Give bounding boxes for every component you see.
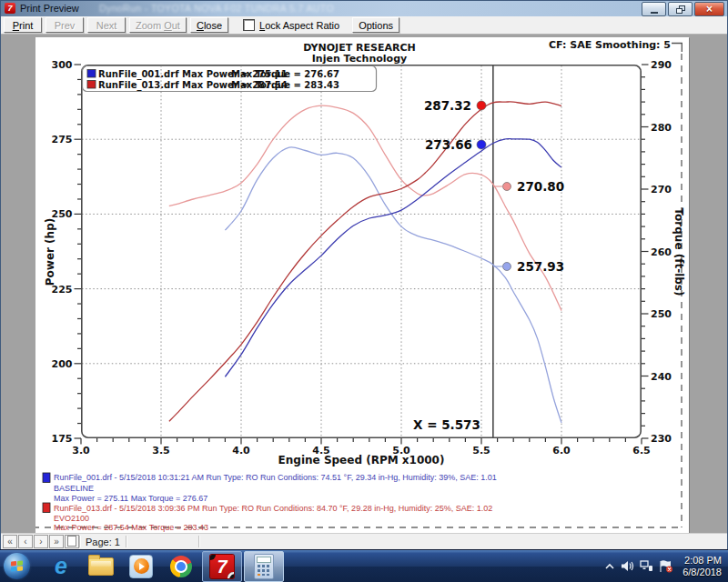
left-axis-label: Power (hp) [44, 218, 56, 286]
legend-swatch [87, 81, 96, 89]
curve-torque_013 [169, 105, 561, 310]
hidden-icons-button[interactable] [604, 562, 615, 571]
svg-text:3.0: 3.0 [72, 445, 90, 457]
next-page-button[interactable]: › [34, 535, 48, 548]
taskbar-item-internet-explorer[interactable]: e [42, 552, 80, 581]
axis-ticks [75, 65, 649, 445]
cursor-x-label: X = 5.573 [413, 417, 480, 432]
taskbar-clock[interactable]: 2:08 PM 6/8/2018 [682, 555, 722, 578]
options-button[interactable]: Options [352, 17, 399, 33]
marker-label-power-001: 273.66 [425, 137, 472, 152]
run2-conditions: RunFile_013.drf - 5/15/2018 3:09:36 PM R… [54, 504, 492, 513]
tick-labels: 3002752502252001752902802702602502402303… [52, 59, 672, 457]
svg-text:250: 250 [651, 308, 672, 320]
run2-name: EVO2100 [54, 514, 89, 523]
clock-date: 6/8/2018 [682, 567, 722, 578]
close-icon: × [706, 4, 713, 15]
lock-aspect-ratio-label: Lock Aspect Ratio [259, 20, 339, 31]
last-page-button[interactable]: » [49, 535, 64, 548]
lock-aspect-ratio-control[interactable]: Lock Aspect Ratio [243, 19, 339, 31]
svg-text:200: 200 [52, 358, 73, 370]
right-axis-label: Torque (ft-lbs) [672, 208, 685, 296]
page-setup-button[interactable] [65, 535, 79, 548]
action-center-flag-icon[interactable] [659, 560, 673, 573]
first-page-button[interactable]: « [3, 535, 17, 548]
statusbar-separator [126, 536, 126, 547]
windows-logo-icon [11, 561, 23, 572]
svg-text:270: 270 [651, 184, 672, 196]
prev-page-button[interactable]: ‹ [18, 535, 33, 548]
taskbar-item-windows-explorer[interactable] [82, 552, 120, 581]
folder-icon [88, 557, 114, 576]
preview-page: 3002752502252001752902802702602502402303… [35, 37, 689, 536]
minimize-icon [651, 12, 658, 14]
svg-text:175: 175 [52, 433, 73, 445]
taskbar-item-winpep-7[interactable]: 7 [202, 551, 242, 582]
taskbar-item-calculator[interactable] [244, 551, 284, 582]
lock-aspect-ratio-checkbox[interactable] [243, 19, 255, 31]
legend-swatch [87, 70, 96, 78]
gridlines [82, 65, 641, 437]
prev-button: Prev [46, 17, 84, 33]
start-button[interactable] [4, 553, 30, 579]
marker-dot-power_001 [477, 140, 486, 149]
close-window-button[interactable]: × [694, 2, 724, 16]
winpep-7-icon: 7 [210, 555, 234, 578]
window-title: Print Preview [20, 3, 79, 14]
run1-max-values: Max Power = 275.11 Max Torque = 276.67 [54, 494, 207, 503]
taskbar-item-chrome[interactable] [162, 552, 200, 581]
run1-name: BASELINE [54, 484, 94, 493]
taskbar: e 7 [0, 549, 728, 582]
winpep-app-icon: 7 [5, 3, 15, 14]
chrome-icon [170, 556, 192, 577]
print-button[interactable]: Print [4, 17, 42, 33]
dyno-chart: 3002752502252001752902802702602502402303… [35, 37, 689, 536]
media-player-icon [129, 555, 153, 578]
restore-icon [676, 5, 685, 14]
marker-label-power-013: 287.32 [424, 98, 471, 113]
titlebar[interactable]: 7 Print Preview DynoRun - TOYOTA NOVA F0… [1, 1, 727, 16]
clock-time: 2:08 PM [682, 555, 722, 567]
marker-dot-torque_013 [503, 183, 511, 191]
run1-conditions: RunFile_001.drf - 5/15/2018 10:31:21 AM … [54, 473, 497, 482]
page-icon [67, 536, 76, 547]
taskbar-item-media-player[interactable] [122, 552, 160, 581]
svg-text:6.0: 6.0 [552, 445, 571, 457]
next-button: Next [87, 17, 126, 33]
svg-text:280: 280 [651, 122, 672, 134]
window-title-ghost: DynoRun - TOYOTA NOVA F02 TUNDRA 5.7 AUT… [99, 3, 334, 14]
network-icon[interactable] [640, 560, 653, 572]
marker-label-torque-001: 257.93 [517, 259, 564, 274]
svg-text:240: 240 [651, 371, 672, 383]
svg-text:6.5: 6.5 [632, 445, 651, 457]
x-axis-label: Engine Speed (RPM x1000) [278, 454, 445, 467]
dyno-curves [169, 102, 561, 423]
correction-factor-label: CF: SAE Smoothing: 5 [549, 39, 671, 51]
minimize-button[interactable] [642, 2, 666, 16]
statusbar: « ‹ › » Page: 1 [1, 533, 727, 549]
plot-frame [82, 65, 641, 437]
zoom-out-button: Zoom Out [129, 17, 187, 33]
svg-text:230: 230 [651, 433, 672, 445]
print-preview-window: 7 Print Preview DynoRun - TOYOTA NOVA F0… [0, 0, 728, 550]
calculator-icon [254, 554, 274, 579]
volume-icon[interactable] [621, 560, 634, 572]
run2-max-values: Max Power = 287.54 Max Torque = 283.43 [54, 523, 208, 532]
restore-button[interactable] [668, 2, 693, 16]
chart-subtitle: Injen Technology [312, 53, 407, 65]
legend-run1-torque: Max Torque = 276.67 [231, 69, 339, 79]
marker-label-torque-013: 270.80 [517, 179, 564, 194]
marker-dot-power_013 [477, 101, 486, 110]
curve-power_001 [225, 139, 561, 377]
statusbar-separator [79, 536, 80, 547]
svg-text:4.0: 4.0 [232, 445, 250, 457]
run-swatch [43, 503, 50, 513]
marker-dot-torque_001 [503, 263, 511, 271]
svg-text:3.5: 3.5 [152, 445, 170, 457]
svg-text:275: 275 [52, 134, 73, 146]
internet-explorer-icon: e [55, 555, 67, 577]
run-swatch [43, 473, 50, 483]
preview-area: 3002752502252001752902802702602502402303… [1, 35, 727, 534]
close-button[interactable]: Close [190, 17, 228, 33]
page-nav-buttons: « ‹ › » [3, 535, 80, 548]
